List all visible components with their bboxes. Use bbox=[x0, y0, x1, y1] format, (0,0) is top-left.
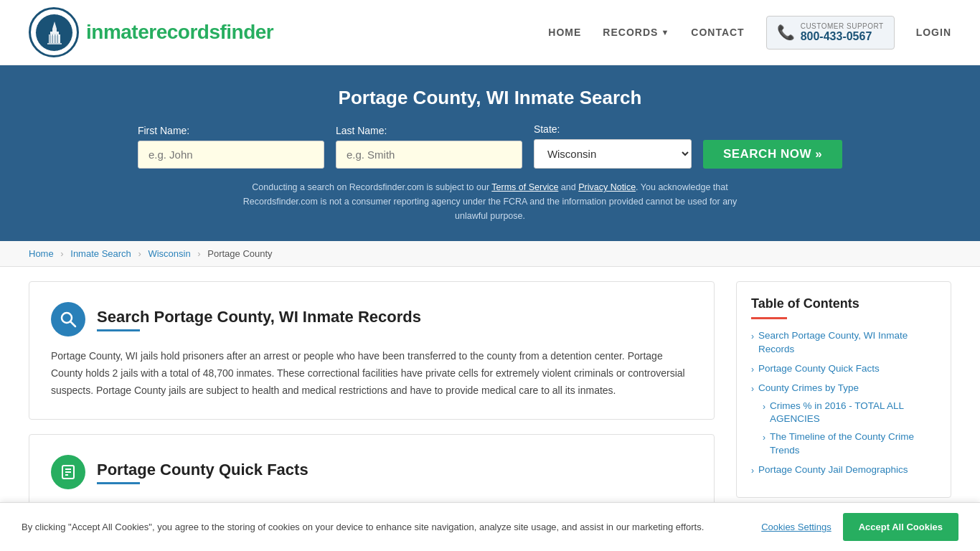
nav-records[interactable]: RECORDS ▼ bbox=[603, 27, 669, 38]
cookie-actions: Cookies Settings Accept All Cookies bbox=[761, 513, 958, 523]
privacy-link[interactable]: Privacy Notice bbox=[578, 182, 636, 192]
content-left: Search Portage County, WI Inmate Records… bbox=[29, 281, 736, 509]
toc-item-4: › Portage County Jail Demographics bbox=[751, 463, 936, 477]
last-name-input[interactable] bbox=[336, 141, 522, 169]
toc-label-2: Portage County Quick Facts bbox=[758, 362, 880, 376]
state-select[interactable]: AlabamaAlaskaArizonaArkansasCaliforniaCo… bbox=[534, 139, 692, 169]
main-nav: HOME RECORDS ▼ CONTACT 📞 CUSTOMER SUPPOR… bbox=[548, 16, 951, 50]
toc-sublink-3-1[interactable]: › Crimes % in 2016 - TOTAL ALL AGENCIES bbox=[763, 400, 936, 427]
breadcrumb-home[interactable]: Home bbox=[29, 248, 54, 259]
toc-item-1: › Search Portage County, WI Inmate Recor… bbox=[751, 329, 936, 357]
sidebar: Table of Contents › Search Portage Count… bbox=[736, 281, 951, 509]
logo-area: inmaterecordsfinder bbox=[29, 7, 273, 57]
chevron-right-icon-3-1: › bbox=[763, 401, 765, 413]
toc-title: Table of Contents bbox=[751, 296, 936, 311]
toc-sublabel-3-1: Crimes % in 2016 - TOTAL ALL AGENCIES bbox=[770, 400, 936, 427]
breadcrumb-state[interactable]: Wisconsin bbox=[148, 248, 190, 259]
section2-title: Portage County Quick Facts bbox=[97, 461, 308, 479]
support-phone: 800-433-0567 bbox=[801, 30, 884, 43]
main-content: Search Portage County, WI Inmate Records… bbox=[0, 267, 980, 523]
support-info: CUSTOMER SUPPORT 800-433-0567 bbox=[801, 22, 884, 43]
facts-icon-circle bbox=[51, 455, 85, 489]
first-name-label: First Name: bbox=[138, 125, 189, 136]
search-button[interactable]: SEARCH NOW » bbox=[703, 140, 842, 169]
state-group: State: AlabamaAlaskaArizonaArkansasCalif… bbox=[534, 123, 692, 169]
toc-link-1[interactable]: › Search Portage County, WI Inmate Recor… bbox=[751, 329, 936, 357]
chevron-right-icon-1: › bbox=[751, 331, 754, 343]
inmate-records-section: Search Portage County, WI Inmate Records… bbox=[29, 281, 715, 420]
tos-link[interactable]: Terms of Service bbox=[491, 182, 558, 192]
svg-rect-3 bbox=[52, 29, 57, 32]
cookie-text: By clicking "Accept All Cookies", you ag… bbox=[22, 520, 747, 524]
breadcrumb-sep-1: › bbox=[60, 248, 63, 259]
toc-sublink-3-2[interactable]: › The Timeline of the County Crime Trend… bbox=[763, 430, 936, 458]
svg-rect-8 bbox=[55, 34, 56, 43]
svg-rect-5 bbox=[47, 43, 62, 44]
toc-sublabel-3-2: The Timeline of the County Crime Trends bbox=[770, 430, 936, 458]
quick-facts-section: Portage County Quick Facts bbox=[29, 434, 715, 509]
site-header: inmaterecordsfinder HOME RECORDS ▼ CONTA… bbox=[0, 0, 980, 65]
section1-title: Search Portage County, WI Inmate Records bbox=[97, 308, 421, 326]
svg-rect-6 bbox=[50, 34, 51, 43]
search-form: First Name: Last Name: State: AlabamaAla… bbox=[29, 123, 951, 169]
breadcrumb-county: Portage County bbox=[207, 248, 272, 259]
nav-records-label: RECORDS bbox=[603, 27, 658, 38]
breadcrumb: Home › Inmate Search › Wisconsin › Porta… bbox=[0, 241, 980, 267]
breadcrumb-sep-2: › bbox=[138, 248, 141, 259]
search-icon-circle bbox=[51, 302, 85, 336]
chevron-right-icon-2: › bbox=[751, 364, 754, 376]
toc-label-1: Search Portage County, WI Inmate Records bbox=[758, 329, 936, 357]
section1-title-block: Search Portage County, WI Inmate Records bbox=[97, 308, 421, 331]
section2-title-underline bbox=[97, 482, 140, 484]
logo-accent-text: finder bbox=[220, 21, 273, 43]
logo-icon bbox=[29, 7, 79, 57]
customer-support-box: 📞 CUSTOMER SUPPORT 800-433-0567 bbox=[766, 16, 895, 50]
logo-dark-text: inmaterecords bbox=[86, 21, 220, 43]
phone-icon: 📞 bbox=[777, 24, 795, 41]
toc-sublist-3: › Crimes % in 2016 - TOTAL ALL AGENCIES … bbox=[763, 400, 936, 458]
chevron-right-icon-3: › bbox=[751, 383, 754, 395]
toc-subitem-3-2: › The Timeline of the County Crime Trend… bbox=[763, 430, 936, 458]
nav-contact[interactable]: CONTACT bbox=[691, 27, 744, 38]
section1-body: Portage County, WI jails hold prisoners … bbox=[51, 348, 692, 399]
last-name-label: Last Name: bbox=[336, 125, 387, 136]
toc-underline bbox=[751, 317, 787, 319]
toc-list: › Search Portage County, WI Inmate Recor… bbox=[751, 329, 936, 477]
toc-link-4[interactable]: › Portage County Jail Demographics bbox=[751, 463, 936, 477]
state-label: State: bbox=[534, 123, 560, 135]
svg-rect-9 bbox=[57, 34, 58, 43]
nav-home[interactable]: HOME bbox=[548, 27, 581, 38]
section2-title-block: Portage County Quick Facts bbox=[97, 461, 308, 484]
toc-link-2[interactable]: › Portage County Quick Facts bbox=[751, 362, 936, 376]
first-name-input[interactable] bbox=[138, 141, 324, 169]
first-name-group: First Name: bbox=[138, 125, 324, 169]
cookies-settings-button[interactable]: Cookies Settings bbox=[761, 522, 831, 523]
breadcrumb-sep-3: › bbox=[197, 248, 200, 259]
nav-login[interactable]: LOGIN bbox=[916, 27, 951, 38]
search-banner: Portage County, WI Inmate Search First N… bbox=[0, 65, 980, 241]
svg-rect-7 bbox=[52, 34, 53, 43]
table-of-contents: Table of Contents › Search Portage Count… bbox=[736, 281, 951, 498]
last-name-group: Last Name: bbox=[336, 125, 522, 169]
support-label: CUSTOMER SUPPORT bbox=[801, 22, 884, 30]
chevron-right-icon-4: › bbox=[751, 465, 754, 477]
section1-text: Portage County, WI jails hold prisoners … bbox=[51, 348, 692, 399]
toc-link-3[interactable]: › County Crimes by Type bbox=[751, 382, 936, 395]
toc-subitem-3-1: › Crimes % in 2016 - TOTAL ALL AGENCIES bbox=[763, 400, 936, 427]
svg-line-11 bbox=[71, 322, 76, 327]
section1-title-underline bbox=[97, 329, 140, 331]
section2-header: Portage County Quick Facts bbox=[51, 455, 692, 489]
toc-label-3: County Crimes by Type bbox=[758, 382, 859, 395]
section1-header: Search Portage County, WI Inmate Records bbox=[51, 302, 692, 336]
chevron-right-icon-3-2: › bbox=[763, 432, 765, 444]
breadcrumb-inmate-search[interactable]: Inmate Search bbox=[70, 248, 131, 259]
chevron-down-icon: ▼ bbox=[661, 28, 669, 37]
disclaimer-text: Conducting a search on Recordsfinder.com… bbox=[239, 180, 741, 223]
logo-text: inmaterecordsfinder bbox=[86, 21, 273, 44]
accept-cookies-button[interactable]: Accept All Cookies bbox=[843, 513, 958, 523]
cookie-banner: By clicking "Accept All Cookies", you ag… bbox=[0, 502, 980, 523]
page-title: Portage County, WI Inmate Search bbox=[29, 87, 951, 109]
toc-label-4: Portage County Jail Demographics bbox=[758, 463, 908, 477]
toc-item-2: › Portage County Quick Facts bbox=[751, 362, 936, 376]
toc-item-3: › County Crimes by Type › Crimes % in 20… bbox=[751, 382, 936, 458]
